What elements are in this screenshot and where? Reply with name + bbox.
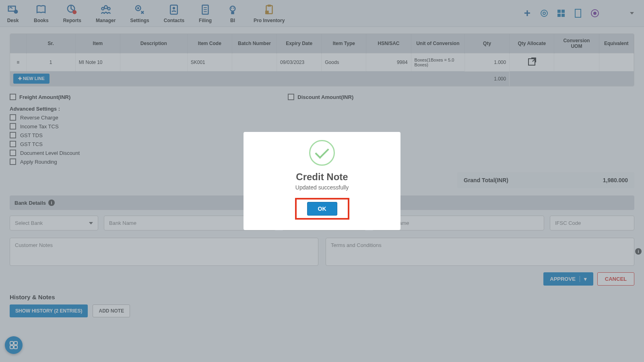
success-modal: Credit Note Updated successfully OK — [244, 132, 400, 230]
modal-title: Credit Note — [253, 171, 391, 183]
modal-message: Updated successfully — [253, 184, 391, 191]
success-check-icon — [309, 140, 335, 166]
modal-overlay[interactable]: Credit Note Updated successfully OK — [0, 0, 644, 324]
ok-button[interactable]: OK — [307, 202, 337, 216]
ok-highlight: OK — [295, 198, 349, 220]
